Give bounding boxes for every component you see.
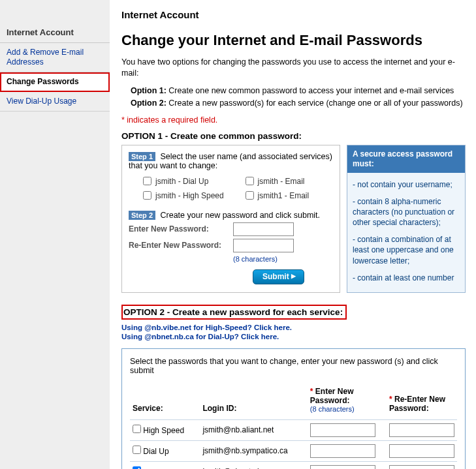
col-re-password: * Re-Enter New Password: [387,384,457,420]
opt1-checkbox-email[interactable] [246,177,254,185]
option2-box: Select the passwords that you want to ch… [121,348,466,470]
option2-instruction: Select the passwords that you want to ch… [130,357,457,375]
breadcrumb: Internet Account [121,9,466,20]
step2-line: Step 2 Create your new password and clic… [129,211,333,220]
password-rules-box: A secure access password must: - not con… [347,145,466,293]
opt1-label-dialup: jsmith - Dial Up [155,177,208,186]
main-content: Internet Account Change your Internet an… [110,0,476,469]
sidebar-item-change-passwords[interactable]: Change Passwords [0,72,110,92]
option1-box: Step 1 Select the user name (and associa… [121,145,340,293]
opt1-label-email: jsmith - Email [258,177,305,186]
password-rule: - contain at least one number [347,266,465,290]
password-rule: - contain 8 alpha-numeric characters (no… [347,190,465,228]
intro-option1: Option 1: Create one new common password… [131,85,466,97]
opt1-submit-button[interactable]: Submit▶ [253,269,304,284]
col-login: Login ID: [200,384,307,420]
opt2-checkbox-highspeed[interactable] [133,425,141,433]
intro-option2: Option 2: Create a new password(s) for e… [131,98,466,109]
opt2-new-pw-email[interactable] [310,465,375,470]
password-rule: - contain a combination of at least one … [347,228,465,266]
login-id: jsmith@nb.aliant.net [200,419,307,440]
opt2-checkbox-dialup[interactable] [133,446,141,454]
sidebar-heading: Internet Account [0,23,110,43]
opt1-checkbox-highspeed[interactable] [143,191,151,200]
dialup-nbnet-link[interactable]: Using @nbnet.nb.ca for Dial-Up? Click he… [121,333,466,340]
password-rule: - not contain your username; [347,173,465,190]
reenter-password-label: Re-Enter New Password: [129,241,233,250]
highspeed-vibe-link[interactable]: Using @nb.vibe.net for High-Speed? Click… [121,324,466,331]
service-name: High Speed [143,426,184,435]
opt2-re-pw-dialup[interactable] [389,444,454,458]
opt2-new-pw-highspeed[interactable] [310,423,375,437]
enter-password-label: Enter New Password: [129,224,233,234]
sidebar-item-dialup-usage[interactable]: View Dial-Up Usage [0,92,110,112]
opt1-label-highspeed: jsmith - High Speed [155,191,224,200]
services-table: Service: Login ID: * Enter New Password:… [130,384,457,470]
opt2-new-pw-dialup[interactable] [310,444,375,458]
table-row: Dial Up jsmith@nb.sympatico.ca [130,440,457,461]
login-id: jsmith@nbnet.nb.ca [200,461,307,469]
option1-heading: OPTION 1 - Create one common password: [121,131,466,141]
opt2-re-pw-highspeed[interactable] [389,423,454,437]
opt1-checkbox-email2[interactable] [246,191,254,200]
required-note: * indicates a required field. [121,115,466,125]
opt2-re-pw-email[interactable] [389,465,454,470]
login-id: jsmith@nb.sympatico.ca [200,440,307,461]
option2-heading: OPTION 2 - Create a new password for eac… [121,305,347,320]
password-rules-heading: A secure access password must: [347,145,465,173]
col-service: Service: [130,384,200,420]
step1-badge: Step 1 [129,152,155,161]
chars-note: (8 characters) [233,255,333,263]
step1-line: Step 1 Select the user name (and associa… [129,152,333,170]
opt1-label-email2: jsmith1 - Email [258,191,309,200]
opt2-checkbox-email[interactable] [133,466,141,469]
intro-desc: You have two options for changing the pa… [121,57,466,79]
table-row: Email jsmith@nbnet.nb.ca [130,461,457,469]
service-name: Dial Up [143,447,168,456]
sidebar-item-add-remove[interactable]: Add & Remove E-mail Addresses [0,43,110,72]
triangle-right-icon: ▶ [291,273,296,279]
col-new-password: * Enter New Password:(8 characters) [308,384,387,420]
page-title: Change your Internet and E-mail Password… [121,32,466,49]
opt1-new-password-input[interactable] [233,222,294,236]
opt1-checkbox-dialup[interactable] [143,177,151,185]
step2-badge: Step 2 [129,211,155,220]
table-row: High Speed jsmith@nb.aliant.net [130,419,457,440]
sidebar: Internet Account Add & Remove E-mail Add… [0,0,110,469]
opt1-reenter-password-input[interactable] [233,239,294,252]
